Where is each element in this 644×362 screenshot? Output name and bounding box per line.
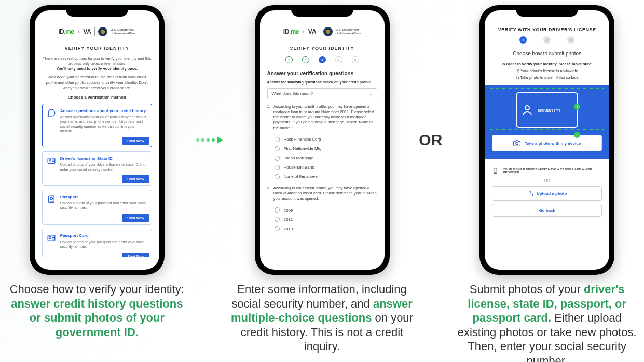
option-title: Passport bbox=[60, 194, 147, 199]
divider bbox=[320, 27, 320, 36]
svg-rect-5 bbox=[49, 236, 51, 239]
radio-option[interactable]: 2011 bbox=[267, 215, 377, 224]
svg-point-3 bbox=[50, 198, 53, 200]
verify-license-title: VERIFY WITH YOUR DRIVER'S LICENSE bbox=[492, 27, 602, 32]
chevron-down-icon: ⌄ bbox=[369, 91, 373, 96]
passport-icon bbox=[47, 194, 56, 204]
caption-step-2: Enter some information, including social… bbox=[230, 282, 414, 354]
phone-mock-1: ID.me + VA U.S. Departmentof Veterans Af… bbox=[30, 5, 165, 275]
radio-option[interactable]: None of the above bbox=[267, 172, 377, 182]
screen-content-3: VERIFY WITH YOUR DRIVER'S LICENSE 1 2 3 … bbox=[485, 23, 609, 257]
phone-screen-1: ID.me + VA U.S. Departmentof Veterans Af… bbox=[35, 10, 159, 270]
radio-option[interactable]: 2009 bbox=[267, 205, 377, 215]
logo-row: ID.me + VA U.S. Departmentof Veterans Af… bbox=[267, 27, 377, 40]
verify-option-passport[interactable]: Passport Upload a photo of your passport… bbox=[42, 190, 152, 224]
verify-option-license[interactable]: Driver's license or State ID Upload phot… bbox=[42, 151, 152, 186]
or-label: OR bbox=[419, 5, 450, 275]
verify-identity-title: VERIFY YOUR IDENTITY bbox=[267, 46, 377, 51]
or-separator: OR bbox=[492, 178, 602, 182]
step-4: 4 bbox=[335, 56, 342, 63]
step-3-active: 3 bbox=[319, 56, 326, 63]
choose-submit-heading: Choose how to submit photos bbox=[492, 51, 602, 57]
verify-option-credit[interactable]: Answer questions about your credit histo… bbox=[42, 104, 152, 147]
camera-icon bbox=[513, 140, 520, 147]
verify-option-passport-card[interactable]: Passport Card Upload photos of your pass… bbox=[42, 229, 152, 258]
radio-option[interactable]: 2013 bbox=[267, 224, 377, 233]
step-2-column: ID.me + VA U.S. Departmentof Veterans Af… bbox=[230, 5, 414, 354]
logo-row: ID.me + VA U.S. Departmentof Veterans Af… bbox=[42, 27, 152, 40]
id-card-icon bbox=[47, 156, 56, 165]
phone-mock-2: ID.me + VA U.S. Departmentof Veterans Af… bbox=[255, 5, 390, 275]
diagram-layout: ID.me + VA U.S. Departmentof Veterans Af… bbox=[0, 0, 644, 362]
va-seal-icon bbox=[323, 27, 333, 36]
dashed-line-top bbox=[490, 88, 604, 89]
radio-icon bbox=[275, 217, 280, 222]
step-5: 5 bbox=[352, 56, 359, 63]
start-now-button[interactable]: Start Now bbox=[122, 137, 149, 145]
requirement-2: 2) Take photo in a well-lit flat surface bbox=[492, 75, 602, 80]
phone-screen-3: VERIFY WITH YOUR DRIVER'S LICENSE 1 2 3 … bbox=[485, 10, 609, 270]
start-now-button[interactable]: Start Now bbox=[122, 175, 149, 183]
step-2: 2 bbox=[543, 36, 551, 44]
caption-step-1: Choose how to verify your identity: answ… bbox=[5, 282, 189, 339]
screen-content-1: ID.me + VA U.S. Departmentof Veterans Af… bbox=[35, 23, 159, 257]
questions-sub: Answer the following questions based on … bbox=[267, 80, 377, 84]
plus-icon: + bbox=[302, 29, 305, 35]
phone-notch bbox=[66, 5, 128, 17]
choose-method-heading: Choose a verification method bbox=[42, 95, 152, 100]
progress-stepper: 1 2 3 bbox=[492, 36, 602, 44]
step-3-column: VERIFY WITH YOUR DRIVER'S LICENSE 1 2 3 … bbox=[455, 5, 639, 362]
plus-icon: + bbox=[77, 29, 80, 35]
question-1: 1.According to your credit profile, you … bbox=[267, 104, 377, 131]
phone-mock-3: VERIFY WITH YOUR DRIVER'S LICENSE 1 2 3 … bbox=[479, 5, 614, 275]
radio-icon bbox=[275, 137, 280, 142]
va-logo: VA bbox=[83, 28, 91, 35]
va-logo: VA bbox=[308, 28, 317, 35]
step-3: 3 bbox=[567, 36, 574, 44]
person-icon bbox=[521, 104, 533, 116]
marker-1: 1 bbox=[574, 104, 580, 110]
option-desc: Upload a photo of your passport and ente… bbox=[60, 201, 147, 210]
requirements-lead: In order to verify your identity, please… bbox=[492, 62, 602, 66]
svg-point-1 bbox=[49, 160, 51, 161]
start-now-button[interactable]: Start Now bbox=[122, 214, 149, 222]
intro-text-2: We'll need your permission to use detail… bbox=[42, 75, 152, 90]
option-title: Passport Card bbox=[60, 233, 147, 238]
or-connector: OR bbox=[419, 5, 450, 275]
idme-logo: ID.me bbox=[58, 28, 74, 35]
svg-rect-0 bbox=[48, 158, 55, 164]
phone-screen-2: ID.me + VA U.S. Departmentof Veterans Af… bbox=[260, 10, 385, 270]
step-2-done: ✓ bbox=[302, 56, 309, 63]
passport-card-icon bbox=[47, 233, 56, 243]
verify-identity-title: VERIFY YOUR IDENTITY bbox=[42, 46, 152, 51]
option-title: Answer questions about your credit histo… bbox=[60, 108, 147, 113]
what-does-this-mean-select[interactable]: What does this mean? ⌄ bbox=[267, 88, 377, 99]
start-now-button[interactable]: Start Now bbox=[122, 253, 149, 257]
phone-notch bbox=[291, 5, 353, 17]
svg-point-6 bbox=[525, 106, 529, 110]
questions-heading: Answer your verification questions bbox=[267, 71, 377, 76]
option-title: Driver's license or State ID bbox=[60, 156, 147, 161]
radio-icon bbox=[275, 156, 280, 161]
radio-option[interactable]: First Nationwide Mtg bbox=[267, 144, 377, 154]
device-note: YOUR MOBILE DEVICE MUST HAVE A CAMERA AN… bbox=[492, 164, 602, 174]
device-icon bbox=[492, 167, 499, 174]
radio-icon bbox=[275, 207, 280, 213]
phone-notch bbox=[516, 5, 578, 17]
upload-icon bbox=[527, 190, 533, 197]
question-2: 2.According to your credit profile, you … bbox=[267, 186, 377, 201]
upload-photo-button[interactable]: Upload a photo bbox=[492, 186, 602, 201]
step-1-column: ID.me + VA U.S. Departmentof Veterans Af… bbox=[5, 5, 189, 339]
go-back-button[interactable]: Go back bbox=[492, 204, 602, 217]
caption-step-3: Submit photos of your driver's license, … bbox=[455, 282, 639, 362]
step-1-done: ✓ bbox=[285, 56, 293, 63]
intro-text-1: There are several options for you to ver… bbox=[42, 56, 152, 72]
va-seal-icon bbox=[98, 27, 107, 36]
option-desc: Answer questions about your credit histo… bbox=[60, 115, 147, 133]
radio-option[interactable]: Household Bank bbox=[267, 163, 377, 172]
radio-option[interactable]: Inland Mortgage bbox=[267, 154, 377, 163]
radio-icon bbox=[275, 174, 280, 179]
option-desc: Upload photos of your driver's license o… bbox=[60, 162, 147, 172]
take-photo-button[interactable]: Take a photo with my device bbox=[492, 135, 602, 151]
radio-option[interactable]: Rock Financial Corp bbox=[267, 135, 377, 144]
